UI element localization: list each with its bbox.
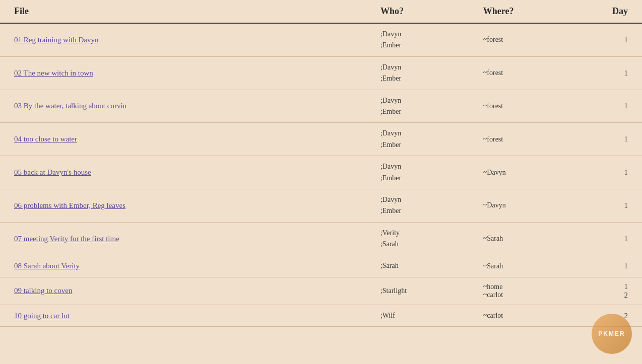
file-cell: 03 By the water, talking about corvin bbox=[0, 90, 372, 123]
table-row: 01 Reg training with Davyn;Davyn;Ember~f… bbox=[0, 23, 642, 56]
file-cell: 07 meeting Verity for the first time bbox=[0, 222, 372, 255]
day-cell: 1 bbox=[578, 56, 642, 90]
file-link[interactable]: 02 The new witch in town bbox=[14, 69, 93, 77]
day-cell: 2 bbox=[578, 305, 642, 326]
who-cell: ;Davyn;Ember bbox=[372, 23, 475, 56]
where-cell: ~Sarah bbox=[475, 255, 578, 277]
file-link[interactable]: 09 talking to coven bbox=[14, 286, 72, 295]
who-cell: ;Wilf bbox=[372, 305, 475, 326]
where-cell: ~carlot bbox=[475, 305, 578, 326]
file-link[interactable]: 07 meeting Verity for the first time bbox=[14, 235, 119, 243]
who-cell: ;Davyn;Ember bbox=[372, 189, 475, 222]
table-row: 06 problems with Ember, Reg leaves;Davyn… bbox=[0, 189, 642, 222]
table-row: 10 going to car lot;Wilf~carlot2 bbox=[0, 305, 642, 326]
file-link[interactable]: 05 back at Davyn's house bbox=[14, 168, 91, 176]
file-cell: 04 too close to water bbox=[0, 123, 372, 156]
who-cell: ;Starlight bbox=[372, 277, 475, 305]
file-cell: 05 back at Davyn's house bbox=[0, 156, 372, 189]
where-cell: ~forest bbox=[475, 123, 578, 156]
day-cell: 1 bbox=[578, 23, 642, 56]
file-cell: 01 Reg training with Davyn bbox=[0, 23, 372, 56]
files-table: File Who? Where? Day 01 Reg training wit… bbox=[0, 0, 642, 327]
table-row: 08 Sarah about Verity;Sarah~Sarah1 bbox=[0, 255, 642, 277]
day-cell: 1 bbox=[578, 156, 642, 189]
main-table-container: File Who? Where? Day 01 Reg training wit… bbox=[0, 0, 642, 327]
table-header-row: File Who? Where? Day bbox=[0, 0, 642, 23]
table-row: 05 back at Davyn's house;Davyn;Ember~Dav… bbox=[0, 156, 642, 189]
where-cell: ~Sarah bbox=[475, 222, 578, 255]
where-cell: ~home~carlot bbox=[475, 277, 578, 305]
day-cell: 1 bbox=[578, 222, 642, 255]
col-header-file: File bbox=[0, 0, 372, 23]
where-cell: ~Davyn bbox=[475, 156, 578, 189]
file-link[interactable]: 01 Reg training with Davyn bbox=[14, 36, 98, 44]
file-link[interactable]: 06 problems with Ember, Reg leaves bbox=[14, 201, 125, 209]
file-link[interactable]: 03 By the water, talking about corvin bbox=[14, 102, 126, 110]
where-cell: ~Davyn bbox=[475, 189, 578, 222]
day-cell: 1 bbox=[578, 123, 642, 156]
day-cell: 1 bbox=[578, 255, 642, 277]
col-header-day: Day bbox=[578, 0, 642, 23]
who-cell: ;Davyn;Ember bbox=[372, 56, 475, 90]
day-cell: 1 bbox=[578, 90, 642, 123]
day-cell: 12 bbox=[578, 277, 642, 305]
where-cell: ~forest bbox=[475, 56, 578, 90]
file-cell: 02 The new witch in town bbox=[0, 56, 372, 90]
table-row: 02 The new witch in town;Davyn;Ember~for… bbox=[0, 56, 642, 90]
file-link[interactable]: 04 too close to water bbox=[14, 135, 77, 143]
file-link[interactable]: 08 Sarah about Verity bbox=[14, 262, 80, 270]
who-cell: ;Davyn;Ember bbox=[372, 123, 475, 156]
file-cell: 10 going to car lot bbox=[0, 305, 372, 326]
file-link[interactable]: 10 going to car lot bbox=[14, 312, 70, 320]
day-cell: 1 bbox=[578, 189, 642, 222]
col-header-who: Who? bbox=[372, 0, 475, 23]
who-cell: ;Davyn;Ember bbox=[372, 156, 475, 189]
table-row: 03 By the water, talking about corvin;Da… bbox=[0, 90, 642, 123]
file-cell: 06 problems with Ember, Reg leaves bbox=[0, 189, 372, 222]
file-cell: 08 Sarah about Verity bbox=[0, 255, 372, 277]
where-cell: ~forest bbox=[475, 23, 578, 56]
who-cell: ;Sarah bbox=[372, 255, 475, 277]
table-row: 04 too close to water;Davyn;Ember~forest… bbox=[0, 123, 642, 156]
col-header-where: Where? bbox=[475, 0, 578, 23]
who-cell: ;Davyn;Ember bbox=[372, 90, 475, 123]
file-cell: 09 talking to coven bbox=[0, 277, 372, 305]
who-cell: ;Verity;Sarah bbox=[372, 222, 475, 255]
where-cell: ~forest bbox=[475, 90, 578, 123]
table-row: 09 talking to coven;Starlight~home~carlo… bbox=[0, 277, 642, 305]
table-row: 07 meeting Verity for the first time;Ver… bbox=[0, 222, 642, 255]
